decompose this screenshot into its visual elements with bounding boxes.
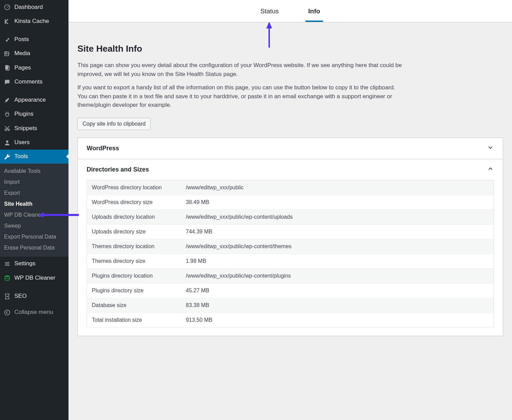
info-value: 38.49 MB [181, 195, 494, 209]
db-icon [3, 274, 11, 281]
submenu-item-export[interactable]: Export [0, 188, 68, 199]
sidebar-item-comments[interactable]: Comments [0, 75, 68, 89]
sidebar-item-label: SEO [14, 293, 27, 300]
info-key: Themes directory size [87, 254, 181, 268]
tools-icon [3, 153, 11, 160]
content-wrap: Site Health Info This page can show you … [68, 22, 512, 420]
info-value: 1.98 MB [181, 254, 494, 268]
sidebar-item-posts[interactable]: Posts [0, 33, 68, 47]
collapse-icon [3, 309, 11, 316]
svg-point-10 [8, 265, 9, 266]
svg-marker-17 [266, 22, 272, 28]
sidebar-item-dashboard[interactable]: Dashboard [0, 0, 68, 14]
panel-wordpress-toggle[interactable]: WordPress [78, 138, 503, 159]
sidebar-item-wp-db-cleaner[interactable]: WP DB Cleaner [0, 271, 68, 285]
sidebar-item-settings[interactable]: Settings [0, 257, 68, 271]
copy-site-info-button[interactable]: Copy site info to clipboard [77, 118, 151, 130]
tab-info[interactable]: Info [305, 6, 323, 22]
panel-wordpress-title: WordPress [87, 145, 119, 152]
info-value: 45.27 MB [181, 283, 494, 298]
info-key: WordPress directory size [87, 195, 181, 209]
info-value: /www/editwp_xxx/public/wp-content/themes [181, 239, 494, 254]
info-key: Plugins directory size [87, 283, 181, 298]
page-desc-2: If you want to export a handy list of al… [77, 83, 406, 110]
sidebar-item-label: Posts [14, 36, 29, 43]
panel-directories-sizes: Directories and Sizes WordPress director… [77, 159, 503, 336]
sidebar-item-seo[interactable]: SEO [0, 289, 68, 303]
sidebar-item-label: Plugins [14, 111, 34, 117]
panel-wordpress: WordPress [77, 138, 503, 159]
table-row: Themes directory location/www/editwp_xxx… [87, 239, 494, 254]
submenu-item-export-personal-data[interactable]: Export Personal Data [0, 231, 68, 242]
site-health-tabs: Status Info [68, 0, 512, 22]
info-key: Themes directory location [87, 239, 181, 254]
sidebar-item-pages[interactable]: Pages [0, 61, 68, 75]
submenu-item-available-tools[interactable]: Available Tools [0, 166, 68, 177]
appearance-icon [3, 97, 11, 104]
table-row: Database size83.38 MB [87, 298, 494, 313]
pages-icon [3, 64, 11, 71]
page-desc-1: This page can show you every detail abou… [77, 61, 406, 78]
svg-point-13 [5, 310, 10, 315]
comments-icon [3, 78, 11, 85]
info-key: Plugins directory location [87, 268, 181, 283]
table-row: Plugins directory size45.27 MB [87, 283, 494, 298]
submenu-item-import[interactable]: Import [0, 177, 68, 188]
svg-point-8 [8, 262, 9, 263]
sidebar-item-label: Settings [14, 260, 35, 267]
submenu-item-sweep[interactable]: Sweep [0, 220, 68, 231]
submenu-item-wp-db-cleaner[interactable]: WP DB Cleaner [0, 209, 68, 220]
sidebar-item-label: Kinsta Cache [14, 18, 49, 25]
snippets-icon [3, 125, 11, 132]
info-key: Uploads directory location [87, 209, 181, 224]
sidebar-item-label: Snippets [14, 125, 37, 132]
table-row: Themes directory size1.98 MB [87, 254, 494, 268]
submenu-item-site-health[interactable]: Site Health [0, 199, 68, 209]
chevron-down-icon [487, 144, 494, 153]
submenu-item-erase-personal-data[interactable]: Erase Personal Data [0, 242, 68, 253]
main-area: Status Info Site Health Info This page c… [68, 0, 512, 420]
sidebar-item-appearance[interactable]: Appearance [0, 93, 68, 107]
users-icon [3, 139, 11, 146]
directories-sizes-table: WordPress directory location/www/editwp_… [87, 180, 494, 328]
sidebar-item-kinsta-cache[interactable]: Kinsta Cache [0, 14, 68, 28]
panel-directories-toggle[interactable]: Directories and Sizes [78, 159, 503, 180]
svg-point-2 [5, 53, 7, 54]
sidebar-item-users[interactable]: Users [0, 135, 68, 149]
chevron-up-icon [487, 165, 494, 174]
info-key: WordPress directory location [87, 180, 181, 195]
sidebar-item-label: Media [14, 50, 30, 57]
sidebar-item-plugins[interactable]: Plugins [0, 107, 68, 121]
tab-status[interactable]: Status [258, 6, 282, 22]
table-row: WordPress directory location/www/editwp_… [87, 180, 494, 195]
svg-point-12 [7, 296, 8, 297]
sidebar-item-label: Pages [14, 64, 31, 71]
sidebar-item-tools[interactable]: Tools [0, 150, 68, 164]
pin-icon [3, 36, 11, 43]
sidebar-item-media[interactable]: Media [0, 47, 68, 61]
sidebar-item-label: Dashboard [14, 4, 43, 11]
info-key: Database size [87, 298, 181, 313]
dashboard-icon [3, 3, 11, 11]
svg-rect-1 [5, 52, 9, 56]
settings-icon [3, 260, 11, 267]
table-row: Plugins directory location/www/editwp_xx… [87, 268, 494, 283]
sidebar-item-label: WP DB Cleaner [14, 275, 55, 281]
collapse-menu-button[interactable]: Collapse menu [0, 305, 68, 319]
table-row: Total installation size913.50 MB [87, 313, 494, 327]
svg-point-9 [6, 263, 7, 264]
seo-icon [3, 292, 11, 300]
svg-point-11 [5, 276, 9, 277]
sidebar-item-label: Appearance [14, 97, 46, 103]
info-value: /www/editwp_xxx/public [181, 180, 494, 195]
sidebar-item-snippets[interactable]: Snippets [0, 121, 68, 135]
page-title: Site Health Info [77, 43, 503, 54]
sidebar-item-label: Comments [14, 78, 42, 85]
info-value: 744.39 MB [181, 224, 494, 239]
svg-point-7 [6, 140, 9, 143]
plugins-icon [3, 111, 11, 118]
admin-sidebar: DashboardKinsta CachePostsMediaPagesComm… [0, 0, 68, 420]
info-value: 83.38 MB [181, 298, 494, 313]
table-row: Uploads directory size744.39 MB [87, 224, 494, 239]
table-row: WordPress directory size38.49 MB [87, 195, 494, 209]
